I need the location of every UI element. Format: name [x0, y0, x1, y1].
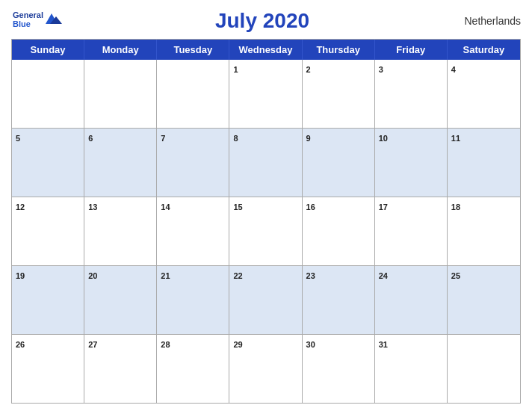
day-cell: [448, 335, 520, 403]
week-row-2: 5 6 7 8 9 10 11: [12, 128, 520, 197]
day-cell-1: 1: [229, 60, 302, 128]
svg-text:General: General: [13, 10, 43, 19]
logo-area: General Blue: [11, 7, 64, 34]
calendar-title: July 2020: [64, 9, 461, 33]
calendar-page: General Blue July 2020 Netherlands Sunda…: [0, 0, 532, 411]
day-cell-20: 20: [84, 266, 157, 334]
day-cell-6: 6: [84, 129, 157, 197]
week-row-4: 19 20 21 22 23 24 25: [12, 265, 520, 334]
svg-text:Blue: Blue: [13, 19, 31, 28]
day-cell-31: 31: [375, 335, 448, 403]
day-cell-4: 4: [448, 60, 520, 128]
day-cell-2: 2: [303, 60, 375, 128]
day-cell-22: 22: [229, 266, 302, 334]
day-cell-5: 5: [12, 129, 84, 197]
day-cell-21: 21: [157, 266, 229, 334]
day-cell: [12, 60, 84, 128]
page-header: General Blue July 2020 Netherlands: [11, 7, 521, 34]
day-cell-26: 26: [12, 335, 84, 403]
day-cell-24: 24: [375, 266, 448, 334]
day-cell-27: 27: [84, 335, 157, 403]
day-cell: [157, 60, 229, 128]
day-cell-18: 18: [448, 197, 520, 265]
country-label: Netherlands: [461, 15, 521, 27]
calendar-title-area: July 2020: [64, 9, 461, 33]
generalblue-logo-icon: General Blue: [11, 7, 64, 34]
header-thursday: Thursday: [303, 40, 375, 60]
week-row-1: 1 2 3 4: [12, 60, 520, 128]
day-cell-12: 12: [12, 197, 84, 265]
day-cell-14: 14: [157, 197, 229, 265]
week-row-3: 12 13 14 15 16 17 18: [12, 197, 520, 265]
day-headers-row: Sunday Monday Tuesday Wednesday Thursday…: [12, 40, 520, 60]
day-cell-11: 11: [448, 129, 520, 197]
day-cell-25: 25: [448, 266, 520, 334]
day-cell-15: 15: [229, 197, 302, 265]
day-cell-28: 28: [157, 335, 229, 403]
day-cell-9: 9: [303, 129, 375, 197]
day-cell-16: 16: [303, 197, 375, 265]
header-monday: Monday: [84, 40, 157, 60]
day-cell-3: 3: [375, 60, 448, 128]
day-cell-23: 23: [303, 266, 375, 334]
day-cell-13: 13: [84, 197, 157, 265]
header-friday: Friday: [375, 40, 448, 60]
header-saturday: Saturday: [448, 40, 520, 60]
weeks-container: 1 2 3 4 5 6 7 8 9 10 11 12 13 14 15 16: [12, 60, 520, 403]
header-tuesday: Tuesday: [157, 40, 229, 60]
day-cell-10: 10: [375, 129, 448, 197]
calendar-grid: Sunday Monday Tuesday Wednesday Thursday…: [11, 39, 521, 404]
day-cell-29: 29: [229, 335, 302, 403]
day-cell-19: 19: [12, 266, 84, 334]
week-row-5: 26 27 28 29 30 31: [12, 334, 520, 403]
day-cell-17: 17: [375, 197, 448, 265]
day-cell-30: 30: [303, 335, 375, 403]
header-sunday: Sunday: [12, 40, 84, 60]
day-cell: [84, 60, 157, 128]
header-wednesday: Wednesday: [229, 40, 302, 60]
day-cell-8: 8: [229, 129, 302, 197]
day-cell-7: 7: [157, 129, 229, 197]
